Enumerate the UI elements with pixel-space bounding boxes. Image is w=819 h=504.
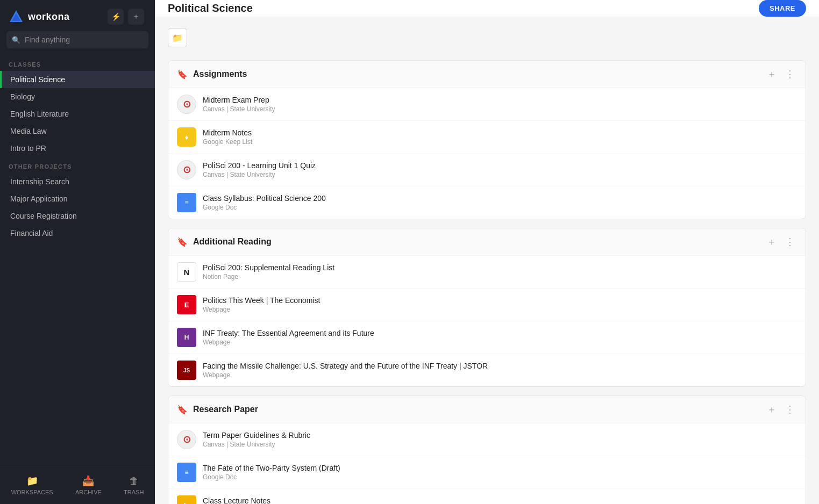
resource-title: Politics This Week | The Economist: [203, 296, 797, 305]
resource-title: Facing the Missile Challenge: U.S. Strat…: [203, 362, 797, 370]
sidebar-item-financial-aid[interactable]: Financial Aid: [0, 225, 155, 242]
workspaces-label: WORKSPACES: [11, 489, 53, 495]
list-item[interactable]: ♦ Midterm Notes Google Keep List: [168, 121, 806, 154]
app-name: workona: [28, 11, 70, 23]
sidebar-item-course-registration[interactable]: Course Registration: [0, 207, 155, 225]
google-doc-icon: ≡: [177, 193, 196, 212]
resource-subtitle: Google Doc: [203, 204, 797, 211]
assignments-title: Assignments: [193, 69, 765, 79]
resource-title: Midterm Exam Prep: [203, 96, 797, 104]
list-item[interactable]: ⊙ Midterm Exam Prep Canvas | State Unive…: [168, 88, 806, 121]
resource-info: Term Paper Guidelines & Rubric Canvas | …: [203, 431, 797, 448]
trash-button[interactable]: 🗑 TRASH: [117, 473, 150, 498]
header-icons: ⚡ ＋: [108, 9, 146, 25]
section-actions: ＋ ⋮: [765, 68, 797, 80]
resource-info: Midterm Exam Prep Canvas | State Univers…: [203, 96, 797, 113]
section-actions: ＋ ⋮: [765, 236, 797, 248]
list-item[interactable]: ≡ The Fate of the Two-Party System (Draf…: [168, 456, 806, 489]
google-keep-icon: ♦: [177, 127, 196, 147]
sidebar-item-english-literature[interactable]: English Literature: [0, 105, 155, 123]
workspaces-button[interactable]: 📁 WORKSPACES: [5, 473, 60, 498]
resource-subtitle: Notion Page: [203, 273, 797, 280]
sidebar-item-label: Financial Aid: [10, 229, 53, 237]
lightning-button[interactable]: ⚡: [108, 9, 124, 25]
additional-reading-section-header: 🔖 Additional Reading ＋ ⋮: [168, 228, 806, 256]
resource-info: Class Lecture Notes Google Presentation: [203, 496, 797, 504]
sidebar-item-internship-search[interactable]: Internship Search: [0, 173, 155, 190]
resource-info: PoliSci 200: Supplemental Reading List N…: [203, 263, 797, 280]
resource-subtitle: Canvas | State University: [203, 441, 797, 448]
resource-title: Class Syllabus: Political Science 200: [203, 194, 797, 203]
additional-reading-section: 🔖 Additional Reading ＋ ⋮ N PoliSci 200: …: [168, 228, 806, 387]
other-projects-section-label: OTHER PROJECTS: [0, 157, 155, 173]
bookmark-icon: 🔖: [177, 237, 188, 247]
resource-subtitle: Webpage: [203, 339, 797, 346]
canvas-icon: ⊙: [177, 160, 196, 179]
page-title: Political Science: [168, 2, 253, 15]
sidebar-footer: 📁 WORKSPACES 📥 ARCHIVE 🗑 TRASH: [0, 466, 155, 504]
presentation-icon: ▶: [177, 495, 196, 504]
sidebar-item-biology[interactable]: Biology: [0, 88, 155, 105]
bookmark-icon: 🔖: [177, 69, 188, 80]
add-button[interactable]: ＋: [128, 9, 144, 25]
notion-icon: N: [177, 262, 196, 282]
sidebar-item-label: Political Science: [10, 75, 65, 84]
sidebar-item-label: Biology: [10, 92, 35, 101]
sidebar-item-label: Internship Search: [10, 177, 69, 186]
content-area: 📁 🔖 Assignments ＋ ⋮ ⊙ Midterm Exam Prep …: [155, 17, 819, 504]
list-item[interactable]: H INF Treaty: The Essential Agreement an…: [168, 321, 806, 354]
search-bar[interactable]: 🔍: [6, 31, 148, 48]
classes-section-label: CLASSES: [0, 55, 155, 71]
logo-area: workona: [9, 9, 103, 24]
sidebar: workona ⚡ ＋ 🔍 CLASSES Political Science …: [0, 0, 155, 504]
sidebar-item-intro-to-pr[interactable]: Intro to PR: [0, 140, 155, 157]
add-resource-button[interactable]: ＋: [765, 236, 779, 248]
share-button[interactable]: SHARE: [759, 0, 806, 17]
main-content: Political Science SHARE 📁 🔖 Assignments …: [155, 0, 819, 504]
resource-info: INF Treaty: The Essential Agreement and …: [203, 329, 797, 346]
add-resource-button[interactable]: ＋: [765, 68, 779, 80]
search-icon: 🔍: [12, 36, 20, 44]
canvas-icon: ⊙: [177, 95, 196, 114]
jstor-icon: JS: [177, 361, 196, 380]
sidebar-item-label: English Literature: [10, 110, 69, 118]
add-resource-button[interactable]: ＋: [765, 404, 779, 415]
resource-subtitle: Webpage: [203, 306, 797, 313]
list-item[interactable]: E Politics This Week | The Economist Web…: [168, 289, 806, 321]
archive-icon: 📥: [82, 475, 94, 487]
sidebar-item-media-law[interactable]: Media Law: [0, 123, 155, 140]
search-input[interactable]: [25, 35, 143, 44]
archive-button[interactable]: 📥 ARCHIVE: [69, 473, 108, 498]
research-paper-section-header: 🔖 Research Paper ＋ ⋮: [168, 396, 806, 423]
folder-icon-button[interactable]: 📁: [168, 28, 187, 47]
trash-icon: 🗑: [129, 476, 139, 487]
sidebar-other-projects: Internship Search Major Application Cour…: [0, 173, 155, 242]
list-item[interactable]: ⊙ Term Paper Guidelines & Rubric Canvas …: [168, 423, 806, 456]
list-item[interactable]: ⊙ PoliSci 200 - Learning Unit 1 Quiz Can…: [168, 154, 806, 186]
resource-info: Politics This Week | The Economist Webpa…: [203, 296, 797, 313]
more-options-button[interactable]: ⋮: [783, 404, 797, 415]
bookmark-icon: 🔖: [177, 405, 188, 415]
trash-label: TRASH: [124, 489, 144, 495]
resource-subtitle: Google Keep List: [203, 138, 797, 146]
sidebar-classes: Political Science Biology English Litera…: [0, 71, 155, 157]
resource-subtitle: Webpage: [203, 371, 797, 379]
sidebar-item-major-application[interactable]: Major Application: [0, 190, 155, 207]
sidebar-item-label: Major Application: [10, 195, 68, 203]
huffpost-icon: H: [177, 328, 196, 347]
resource-info: The Fate of the Two-Party System (Draft)…: [203, 464, 797, 481]
list-item[interactable]: JS Facing the Missile Challenge: U.S. St…: [168, 354, 806, 386]
resource-title: Class Lecture Notes: [203, 496, 797, 504]
workspaces-icon: 📁: [26, 475, 38, 487]
sidebar-item-political-science[interactable]: Political Science: [0, 71, 155, 88]
assignments-section-header: 🔖 Assignments ＋ ⋮: [168, 61, 806, 88]
list-item[interactable]: N PoliSci 200: Supplemental Reading List…: [168, 256, 806, 289]
more-options-button[interactable]: ⋮: [783, 68, 797, 80]
list-item[interactable]: ▶ Class Lecture Notes Google Presentatio…: [168, 489, 806, 504]
assignments-section: 🔖 Assignments ＋ ⋮ ⊙ Midterm Exam Prep Ca…: [168, 60, 806, 219]
resource-title: PoliSci 200: Supplemental Reading List: [203, 263, 797, 272]
folder-icon: 📁: [172, 33, 183, 43]
resource-subtitle: Google Doc: [203, 473, 797, 481]
list-item[interactable]: ≡ Class Syllabus: Political Science 200 …: [168, 186, 806, 219]
more-options-button[interactable]: ⋮: [783, 236, 797, 248]
